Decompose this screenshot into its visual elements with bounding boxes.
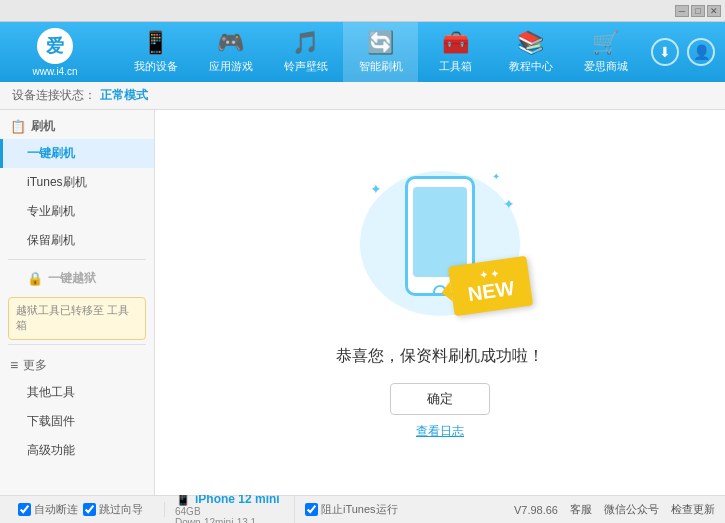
flash-section-title: 刷机: [31, 118, 55, 135]
itunes-status-label[interactable]: 阻止iTunes运行: [305, 502, 398, 517]
itunes-status-checkbox[interactable]: [305, 503, 318, 516]
main-layout: 📋 刷机 一键刷机 iTunes刷机 专业刷机 保留刷机 🔒 一键越狱 越狱工具…: [0, 110, 725, 495]
more-section-icon: ≡: [10, 357, 18, 373]
top-navigation: 爱 www.i4.cn 📱 我的设备 🎮 应用游戏 🎵 铃声壁纸 🔄 智能刷机 …: [0, 22, 725, 82]
save-data-flash-label: 保留刷机: [27, 233, 75, 247]
sidebar-item-save-data-flash[interactable]: 保留刷机: [0, 226, 154, 255]
smart-flash-icon: 🔄: [367, 30, 394, 56]
check-update-link[interactable]: 检查更新: [671, 502, 715, 517]
mall-icon: 🛒: [592, 30, 619, 56]
nav-toolbox[interactable]: 🧰 工具箱: [418, 22, 493, 82]
auto-close-checkbox[interactable]: 自动断连: [18, 502, 78, 517]
divider-1: [8, 259, 146, 260]
sidebar-item-advanced[interactable]: 高级功能: [0, 436, 154, 465]
skip-wizard-checkbox[interactable]: 跳过向导: [83, 502, 143, 517]
jailbreak-note-text: 越狱工具已转移至 工具箱: [16, 304, 129, 331]
status-bar: 设备连接状态： 正常模式: [0, 82, 725, 110]
nav-smart-flash[interactable]: 🔄 智能刷机: [343, 22, 418, 82]
nav-my-device[interactable]: 📱 我的设备: [118, 22, 193, 82]
sparkle-icon-2: ✦: [492, 171, 500, 182]
logo-area: 爱 www.i4.cn: [10, 28, 100, 77]
sidebar-section-flash-header: 📋 刷机: [0, 110, 154, 139]
nav-toolbox-label: 工具箱: [439, 59, 472, 74]
sparkle-icon-1: ✦: [370, 181, 382, 197]
sparkle-icon-3: ✦: [503, 196, 515, 212]
customer-service-link[interactable]: 客服: [570, 502, 592, 517]
lock-icon: 🔒: [27, 271, 43, 286]
bottom-right-links: V7.98.66 客服 微信公众号 检查更新: [514, 502, 715, 517]
confirm-button[interactable]: 确定: [390, 383, 490, 415]
download-button[interactable]: ⬇: [651, 38, 679, 66]
nav-my-device-label: 我的设备: [134, 59, 178, 74]
title-bar: ─ □ ✕: [0, 0, 725, 22]
logo-url: www.i4.cn: [32, 66, 77, 77]
maximize-button[interactable]: □: [691, 5, 705, 17]
sidebar-section-more-header: ≡ 更多: [0, 349, 154, 378]
flash-section-icon: 📋: [10, 119, 26, 134]
new-badge: ✦ ✦ NEW: [448, 255, 533, 315]
itunes-flash-label: iTunes刷机: [27, 175, 87, 189]
one-click-flash-label: 一键刷机: [27, 146, 75, 160]
nav-apps-games[interactable]: 🎮 应用游戏: [193, 22, 268, 82]
itunes-section: 阻止iTunes运行: [295, 502, 514, 517]
nav-ringtones-label: 铃声壁纸: [284, 59, 328, 74]
confirm-button-label: 确定: [427, 390, 453, 408]
close-button[interactable]: ✕: [707, 5, 721, 17]
sidebar-item-download-firmware[interactable]: 下载固件: [0, 407, 154, 436]
device-firmware: Down-12mini-13,1: [175, 517, 284, 523]
nav-tutorials[interactable]: 📚 教程中心: [493, 22, 568, 82]
auto-close-input[interactable]: [18, 503, 31, 516]
phone-container: ✦ ✦ ✦ ✦ ✦ NEW: [350, 166, 530, 326]
skip-wizard-label: 跳过向导: [99, 502, 143, 517]
sidebar: 📋 刷机 一键刷机 iTunes刷机 专业刷机 保留刷机 🔒 一键越狱 越狱工具…: [0, 110, 155, 495]
divider-2: [8, 344, 146, 345]
nav-mall-label: 爱思商城: [584, 59, 628, 74]
sidebar-item-itunes-flash[interactable]: iTunes刷机: [0, 168, 154, 197]
status-value: 正常模式: [100, 87, 148, 104]
nav-smart-flash-label: 智能刷机: [359, 59, 403, 74]
phone-screen: [413, 187, 467, 277]
wechat-link[interactable]: 微信公众号: [604, 502, 659, 517]
advanced-label: 高级功能: [27, 443, 75, 457]
window-controls[interactable]: ─ □ ✕: [675, 5, 721, 17]
jailbreak-section-title: 一键越狱: [48, 270, 96, 287]
view-log-link[interactable]: 查看日志: [416, 423, 464, 440]
nav-right-buttons: ⬇ 👤: [651, 38, 715, 66]
device-storage: 64GB: [175, 506, 284, 517]
skip-wizard-input[interactable]: [83, 503, 96, 516]
ringtones-icon: 🎵: [292, 30, 319, 56]
sidebar-section-jailbreak-header: 🔒 一键越狱: [0, 264, 154, 293]
auto-close-label: 自动断连: [34, 502, 78, 517]
content-area: ✦ ✦ ✦ ✦ ✦ NEW 恭喜您，保资料刷机成功啦！ 确定: [155, 110, 725, 495]
success-message: 恭喜您，保资料刷机成功啦！: [336, 346, 544, 367]
my-device-icon: 📱: [142, 30, 169, 56]
pro-flash-label: 专业刷机: [27, 204, 75, 218]
nav-ringtones[interactable]: 🎵 铃声壁纸: [268, 22, 343, 82]
nav-mall[interactable]: 🛒 爱思商城: [568, 22, 643, 82]
tutorials-icon: 📚: [517, 30, 544, 56]
download-firmware-label: 下载固件: [27, 414, 75, 428]
nav-items: 📱 我的设备 🎮 应用游戏 🎵 铃声壁纸 🔄 智能刷机 🧰 工具箱 📚 教程中心…: [110, 22, 651, 82]
version-label: V7.98.66: [514, 504, 558, 516]
user-button[interactable]: 👤: [687, 38, 715, 66]
device-section: 自动断连 跳过向导: [10, 502, 165, 517]
nav-apps-games-label: 应用游戏: [209, 59, 253, 74]
bottom-bar: 自动断连 跳过向导 📱 iPhone 12 mini 64GB Down-12m…: [0, 495, 725, 523]
sidebar-item-one-click-flash[interactable]: 一键刷机: [0, 139, 154, 168]
success-illustration: ✦ ✦ ✦ ✦ ✦ NEW: [350, 166, 530, 336]
sidebar-item-other-tools[interactable]: 其他工具: [0, 378, 154, 407]
itunes-status-text: 阻止iTunes运行: [321, 502, 398, 517]
toolbox-icon: 🧰: [442, 30, 469, 56]
sidebar-item-pro-flash[interactable]: 专业刷机: [0, 197, 154, 226]
jailbreak-note: 越狱工具已转移至 工具箱: [8, 297, 146, 340]
minimize-button[interactable]: ─: [675, 5, 689, 17]
other-tools-label: 其他工具: [27, 385, 75, 399]
logo-icon: 爱: [37, 28, 73, 64]
status-label: 设备连接状态：: [12, 87, 96, 104]
apps-games-icon: 🎮: [217, 30, 244, 56]
more-section-title: 更多: [23, 357, 47, 374]
nav-tutorials-label: 教程中心: [509, 59, 553, 74]
